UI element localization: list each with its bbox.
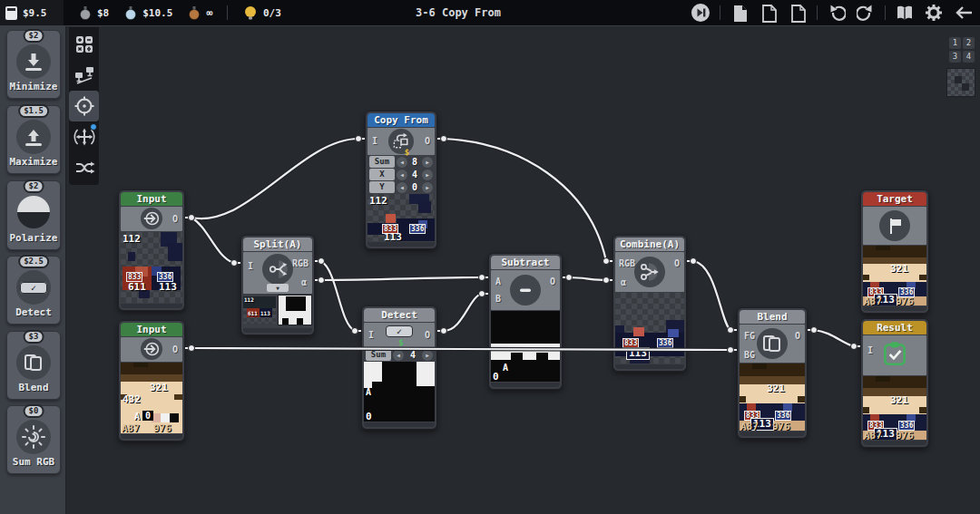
wire-detect-subtract-b [444, 294, 482, 331]
save-slot-3-button[interactable] [788, 3, 808, 23]
save-slot-1-button[interactable] [730, 3, 750, 23]
node-input-2[interactable]: Input O 321 432 A 0 A87 [118, 320, 185, 441]
node-blend[interactable]: Blend FG BG O 321 833 [737, 307, 808, 439]
back-button[interactable] [953, 3, 973, 23]
file-outline-icon [789, 4, 807, 23]
node-target[interactable]: Target 321 833 336 113 A87 [860, 189, 929, 314]
wire-copyfrom-combine-rgb [444, 139, 606, 261]
color-label: 976 [896, 296, 914, 305]
tool-compare[interactable] [69, 60, 99, 91]
settings-button[interactable] [924, 3, 944, 23]
sum-rgb-icon [16, 420, 51, 454]
node-graph-canvas[interactable]: Input O 112 833 611 336 113 [65, 25, 980, 514]
increment-button[interactable]: ▶ [422, 170, 433, 180]
tool-shuffle[interactable] [69, 152, 99, 183]
increment-button[interactable]: ▶ [422, 182, 433, 193]
undo-button[interactable] [827, 3, 847, 23]
price-badge: $2 [24, 179, 44, 193]
node-split-a[interactable]: Split(A) I RGB α ▼ 112 611 113 [240, 235, 315, 335]
play-step-button[interactable] [691, 3, 710, 23]
calculator-icon [74, 34, 95, 55]
tool-calculator[interactable] [69, 29, 99, 60]
bulb-icon [242, 5, 259, 21]
subtract-icon [510, 275, 541, 305]
color-label: A87 [740, 422, 759, 431]
tool-move[interactable] [69, 121, 99, 152]
window-icon [5, 5, 18, 22]
port-blend-fg[interactable] [728, 327, 734, 334]
port-blend-bg[interactable] [728, 347, 734, 354]
port-label-out: O [172, 345, 178, 354]
decrement-button[interactable]: ◀ [397, 170, 407, 180]
crosshair-icon [74, 95, 95, 117]
result-check-icon [881, 339, 908, 372]
manual-button[interactable] [895, 3, 915, 23]
palette-item-detect[interactable]: $2.5 ✓ Detect [6, 256, 61, 325]
node-title: Combine(A) [615, 238, 684, 251]
decrement-button[interactable]: ◀ [397, 182, 407, 193]
port-subtract-a[interactable] [479, 275, 485, 281]
port-combine-alpha[interactable] [603, 277, 610, 284]
palette-item-sum-rgb[interactable]: $0 Sum RGB [6, 405, 61, 474]
node-copy-from[interactable]: Copy From I O $ Sum ◀ 8 ▶ X ◀ [365, 111, 437, 249]
palette-item-blend[interactable]: $3 Blend [6, 331, 61, 400]
node-result[interactable]: Result I 321 833 336 113 [860, 318, 929, 448]
save-slot-2-button[interactable] [759, 3, 779, 23]
color-label: A87 [864, 296, 882, 305]
node-title: Split(A) [243, 238, 312, 251]
bronze-medal-icon [187, 5, 201, 21]
port-detect-in[interactable] [352, 328, 358, 335]
node-title: Subtract [491, 256, 560, 269]
color-badge: 336 [775, 411, 791, 421]
node-subtract[interactable]: Subtract A B O A 0 [488, 253, 563, 390]
node-detect[interactable]: Detect I O ✓ $ Sum ◀ 4 ▶ A 0 [361, 305, 437, 430]
palette-item-polarize[interactable]: $2 Polarize [6, 180, 61, 250]
page-4-button[interactable]: 4 [963, 51, 975, 63]
port-copyfrom-in[interactable] [356, 136, 362, 142]
wire-blend-result [814, 330, 854, 346]
port-copyfrom-out[interactable] [441, 136, 447, 142]
increment-button[interactable]: ▶ [422, 350, 433, 361]
topbar-actions [691, 0, 973, 25]
page-3-button[interactable]: 3 [949, 51, 961, 63]
port-subtract-b[interactable] [479, 291, 485, 297]
value-label: 0 [493, 372, 499, 382]
palette-item-minimize[interactable]: $2 Minimize [6, 30, 61, 99]
split-icon [262, 254, 293, 285]
port-split-rgb[interactable] [318, 258, 325, 265]
port-result-in[interactable] [851, 344, 858, 350]
port-detect-out[interactable] [441, 328, 447, 335]
port-input1-out[interactable] [189, 215, 195, 221]
param-value: 0 [409, 182, 420, 192]
port-label-alpha: α [301, 278, 307, 287]
decrement-button[interactable]: ◀ [393, 350, 404, 361]
port-input2-out[interactable] [189, 345, 195, 352]
param-name: Y [369, 181, 395, 193]
port-split-in[interactable] [231, 260, 238, 267]
redo-icon [857, 4, 875, 22]
port-blend-out[interactable] [811, 327, 818, 334]
app-window: $9.5 $8 $10.5 ∞ 0/3 3-6 Copy From [0, 0, 980, 514]
price-badge: $3 [24, 330, 44, 344]
increment-button[interactable]: ▶ [422, 157, 433, 168]
port-split-alpha[interactable] [318, 277, 325, 284]
redo-button[interactable] [856, 3, 876, 23]
node-input-1[interactable]: Input O 112 833 611 336 113 [118, 189, 185, 311]
page-2-button[interactable]: 2 [963, 37, 975, 49]
gear-icon [924, 3, 944, 23]
palette-item-maximize[interactable]: $1.5 Maximize [6, 105, 61, 174]
page-1-button[interactable]: 1 [949, 37, 961, 49]
level-title: 3-6 Copy From [416, 6, 501, 19]
image-preview: 321 833 336 113 A87 976 [863, 246, 926, 305]
input-icon [141, 338, 162, 360]
hints-counter[interactable]: 0/3 [242, 5, 281, 21]
port-combine-rgb[interactable] [603, 258, 610, 265]
minimap-thumbnail[interactable] [946, 68, 975, 97]
decrement-button[interactable]: ◀ [397, 157, 407, 168]
node-combine-a[interactable]: Combine(A) RGB α O 833 336 113 [612, 235, 687, 372]
param-value: 8 [409, 157, 420, 167]
port-subtract-out[interactable] [566, 275, 573, 281]
port-combine-out[interactable] [691, 258, 697, 265]
split-mode-dropdown[interactable]: ▼ [267, 284, 289, 292]
tool-target[interactable] [69, 91, 99, 121]
